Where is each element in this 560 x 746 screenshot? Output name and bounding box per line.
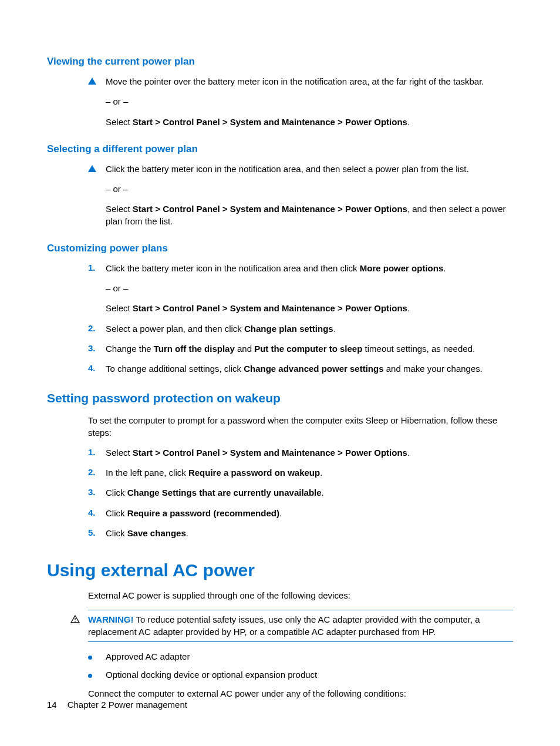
list-item: 1. Click the battery meter icon in the n…	[88, 263, 513, 315]
step-number: 3.	[88, 487, 106, 497]
paragraph: External AC power is supplied through on…	[88, 590, 513, 601]
list-item: 4. To change additional settings, click …	[88, 363, 513, 375]
triangle-icon	[88, 163, 106, 174]
item-content: To change additional settings, click Cha…	[106, 363, 513, 375]
paragraph: Select Start > Control Panel > System an…	[106, 116, 513, 128]
paragraph: Click the battery meter icon in the noti…	[106, 263, 513, 274]
or-separator: – or –	[106, 96, 513, 107]
item-content: Click the battery meter icon in the noti…	[106, 163, 513, 227]
or-separator: – or –	[106, 283, 513, 294]
ordered-list: 1. Select Start > Control Panel > System…	[88, 447, 513, 539]
step-number: 4.	[88, 363, 106, 373]
paragraph: Click Save changes.	[106, 527, 513, 539]
item-content: Click Save changes.	[106, 527, 513, 539]
heading-password-protection: Setting password protection on wakeup	[47, 391, 513, 405]
heading-selecting-power-plan: Selecting a different power plan	[47, 143, 513, 155]
paragraph: Connect the computer to external AC powe…	[88, 688, 513, 700]
svg-point-2	[75, 621, 76, 622]
bullet-icon	[88, 651, 106, 661]
step-number: 4.	[88, 508, 106, 518]
chapter-label: Chapter 2 Power management	[68, 700, 187, 710]
page-footer: 14Chapter 2 Power management	[47, 700, 187, 710]
list-item: Optional docking device or optional expa…	[88, 670, 513, 680]
paragraph: Select Start > Control Panel > System an…	[106, 447, 513, 459]
item-content: Select a power plan, and then click Chan…	[106, 323, 513, 335]
bullet-list: Approved AC adapter Optional docking dev…	[88, 651, 513, 680]
list-item: 1. Select Start > Control Panel > System…	[88, 447, 513, 459]
step-number: 2.	[88, 323, 106, 333]
warning-text: WARNING! To reduce potential safety issu…	[88, 614, 513, 638]
page: Viewing the current power plan Move the …	[0, 0, 560, 746]
warning-box: WARNING! To reduce potential safety issu…	[88, 610, 513, 642]
step-number: 2.	[88, 467, 106, 477]
or-separator: – or –	[106, 183, 513, 195]
list-item: 2. In the left pane, click Require a pas…	[88, 467, 513, 479]
list-item: 3. Change the Turn off the display and P…	[88, 343, 513, 355]
item-content: Select Start > Control Panel > System an…	[106, 447, 513, 459]
list-item: 5. Click Save changes.	[88, 527, 513, 539]
paragraph: Select Start > Control Panel > System an…	[106, 203, 513, 227]
list-item: Click the battery meter icon in the noti…	[88, 163, 513, 227]
item-content: Click Change Settings that are currently…	[106, 487, 513, 499]
paragraph: To change additional settings, click Cha…	[106, 363, 513, 375]
paragraph: Click the battery meter icon in the noti…	[106, 163, 513, 175]
list-item: 2. Select a power plan, and then click C…	[88, 323, 513, 335]
paragraph: Move the pointer over the battery meter …	[106, 76, 513, 88]
warning-icon	[70, 614, 88, 626]
paragraph: Select Start > Control Panel > System an…	[106, 303, 513, 314]
step-number: 1.	[88, 447, 106, 457]
block: 1. Click the battery meter icon in the n…	[88, 263, 513, 375]
paragraph: Click Require a password (recommended).	[106, 508, 513, 519]
heading-customizing-power-plans: Customizing power plans	[47, 243, 513, 254]
item-text: Optional docking device or optional expa…	[106, 670, 513, 680]
item-content: Change the Turn off the display and Put …	[106, 343, 513, 355]
list-item: Approved AC adapter	[88, 651, 513, 661]
list-item: 3. Click Change Settings that are curren…	[88, 487, 513, 499]
block: 1. Select Start > Control Panel > System…	[88, 447, 513, 539]
heading-viewing-power-plan: Viewing the current power plan	[47, 56, 513, 68]
item-content: Click the battery meter icon in the noti…	[106, 263, 513, 315]
step-number: 3.	[88, 343, 106, 353]
paragraph: Change the Turn off the display and Put …	[106, 343, 513, 355]
block: Click the battery meter icon in the noti…	[88, 163, 513, 227]
item-text: Approved AC adapter	[106, 651, 513, 661]
heading-using-external-ac-power: Using external AC power	[47, 560, 513, 580]
item-content: Move the pointer over the battery meter …	[106, 76, 513, 128]
item-content: In the left pane, click Require a passwo…	[106, 467, 513, 479]
list-item: 4. Click Require a password (recommended…	[88, 508, 513, 519]
list-item: Move the pointer over the battery meter …	[88, 76, 513, 128]
page-number: 14	[47, 700, 57, 710]
step-number: 5.	[88, 527, 106, 537]
warning-label: WARNING!	[88, 614, 134, 624]
triangle-icon	[88, 76, 106, 86]
paragraph: In the left pane, click Require a passwo…	[106, 467, 513, 479]
bullet-icon	[88, 670, 106, 680]
paragraph: Select a power plan, and then click Chan…	[106, 323, 513, 335]
ordered-list: 1. Click the battery meter icon in the n…	[88, 263, 513, 375]
step-number: 1.	[88, 263, 106, 273]
paragraph: To set the computer to prompt for a pass…	[88, 415, 513, 439]
block: Move the pointer over the battery meter …	[88, 76, 513, 128]
item-content: Click Require a password (recommended).	[106, 508, 513, 519]
paragraph: Click Change Settings that are currently…	[106, 487, 513, 499]
